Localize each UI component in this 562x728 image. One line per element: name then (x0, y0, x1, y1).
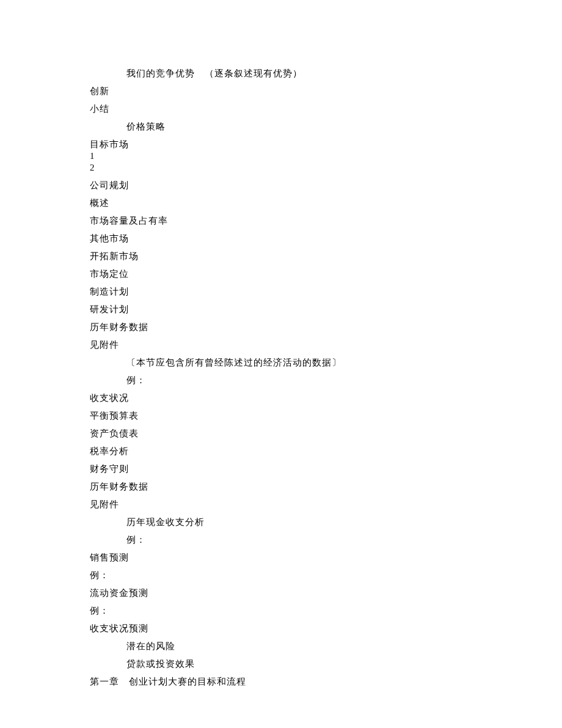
text-line: 价格策略 (90, 122, 472, 131)
document-content: 我们的竞争优势 （逐条叙述现有优势）创新小结价格策略目标市场12公司规划概述市场… (90, 69, 472, 686)
text-line: 历年财务数据 (90, 482, 472, 491)
text-line: 贷款或投资效果 (90, 660, 472, 669)
text-line: 见附件 (90, 340, 472, 350)
text-line: 开拓新市场 (90, 252, 472, 261)
text-line: 见附件 (90, 500, 472, 509)
text-line: 1 (90, 152, 472, 161)
text-line: 例： (90, 376, 472, 385)
text-line: 市场定位 (90, 270, 472, 279)
text-line: 市场容量及占有率 (90, 216, 472, 226)
text-line: 制造计划 (90, 287, 472, 296)
text-line: 例： (90, 535, 472, 545)
text-line: 〔本节应包含所有曾经陈述过的经济活动的数据〕 (90, 358, 472, 367)
text-line: 小结 (90, 105, 472, 114)
text-line: 税率分析 (90, 447, 472, 456)
text-line: 财务守则 (90, 465, 472, 474)
text-line: 例： (90, 571, 472, 580)
text-line: 概述 (90, 199, 472, 208)
text-line: 资产负债表 (90, 429, 472, 438)
text-line: 公司规划 (90, 181, 472, 190)
text-line: 其他市场 (90, 234, 472, 243)
text-line: 收支状况 (90, 394, 472, 403)
text-line: 例： (90, 606, 472, 616)
text-line: 第一章 创业计划大赛的目标和流程 (90, 677, 472, 686)
text-line: 研发计划 (90, 305, 472, 314)
text-line: 目标市场 (90, 140, 472, 149)
text-line: 流动资金预测 (90, 589, 472, 598)
text-line: 潜在的风险 (90, 642, 472, 651)
text-line: 2 (90, 163, 472, 172)
text-line: 销售预测 (90, 553, 472, 562)
text-line: 平衡预算表 (90, 411, 472, 421)
text-line: 历年财务数据 (90, 323, 472, 332)
text-line: 历年现金收支分析 (90, 518, 472, 527)
text-line: 收支状况预测 (90, 624, 472, 633)
text-line: 我们的竞争优势 （逐条叙述现有优势） (90, 69, 472, 78)
text-line: 创新 (90, 87, 472, 96)
